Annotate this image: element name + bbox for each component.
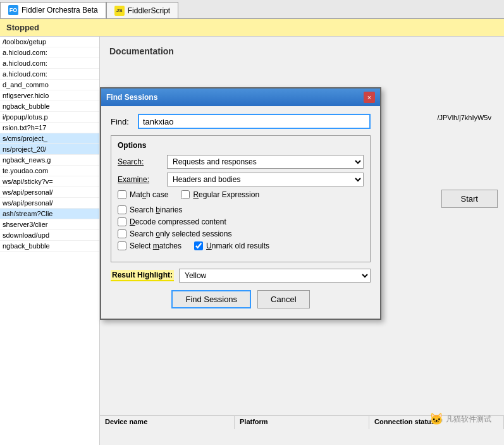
cancel-button[interactable]: Cancel bbox=[257, 290, 309, 308]
search-selected-row: Search only selected sessions bbox=[118, 229, 364, 238]
list-item: a.hicloud.com: bbox=[0, 69, 99, 80]
select-matches-label: Select matches bbox=[130, 241, 181, 250]
find-label: Find: bbox=[111, 117, 133, 126]
js-icon: JS bbox=[114, 6, 125, 16]
examine-select[interactable]: Headers and bodies Headers only Bodies o… bbox=[167, 173, 364, 186]
list-item: te.youdao.com bbox=[0, 166, 99, 176]
unmark-old-row: Unmark old results bbox=[194, 241, 269, 250]
search-selected-label: Search only selected sessions bbox=[130, 229, 231, 238]
regex-row: Regular Expression bbox=[181, 190, 259, 199]
stopped-text: Stopped bbox=[6, 23, 39, 32]
find-sessions-button[interactable]: Find Sessions bbox=[171, 290, 251, 308]
dialog-title: Find Sessions bbox=[106, 93, 157, 102]
unmark-old-checkbox[interactable] bbox=[194, 241, 203, 250]
examine-label: Examine: bbox=[118, 175, 162, 184]
watermark: 🐱 凡猫软件测试 bbox=[429, 412, 491, 426]
tab-fiddlerscript-label: FiddlerScript bbox=[128, 6, 170, 15]
list-item: d_and_commo bbox=[0, 80, 99, 90]
tab-bar: FO Fiddler Orchestra Beta JS FiddlerScri… bbox=[0, 0, 504, 19]
decode-compressed-label: Decode compressed content bbox=[130, 217, 226, 226]
regex-checkbox[interactable] bbox=[181, 190, 190, 199]
dialog-close-button[interactable]: × bbox=[364, 92, 375, 103]
result-highlight-row: Result Highlight: Yellow Orange Pink Gre… bbox=[111, 269, 371, 283]
match-case-label: Match case bbox=[130, 190, 168, 199]
result-highlight-select[interactable]: Yellow Orange Pink Green Blue Red bbox=[179, 269, 371, 283]
search-binaries-label: Search binaries bbox=[130, 205, 182, 214]
list-item: shserver3/clier bbox=[0, 219, 99, 230]
list-item: a.hicloud.com: bbox=[0, 58, 99, 69]
main-content: Documentation Find Sessions × Find: Opti… bbox=[100, 37, 504, 445]
list-item: ws/api/personal/ bbox=[0, 187, 99, 198]
list-item: sdownload/upd bbox=[0, 230, 99, 241]
table-col-device: Device name bbox=[100, 416, 235, 429]
list-item: ngback_bubble bbox=[0, 101, 99, 112]
match-case-checkbox[interactable] bbox=[118, 190, 126, 199]
list-item: ngback_bubble bbox=[0, 241, 99, 252]
start-button[interactable]: Start bbox=[441, 190, 498, 208]
list-item: rsion.txt?h=17 bbox=[0, 123, 99, 133]
find-sessions-dialog: Find Sessions × Find: Options Search: Re… bbox=[100, 87, 381, 320]
find-input[interactable] bbox=[138, 114, 371, 129]
search-selected-checkbox[interactable] bbox=[118, 229, 126, 238]
watermark-icon: 🐱 bbox=[429, 412, 443, 426]
decode-compressed-checkbox[interactable] bbox=[118, 217, 126, 226]
match-case-row: Match case bbox=[118, 190, 168, 199]
fo-icon: FO bbox=[8, 5, 18, 15]
dialog-titlebar: Find Sessions × bbox=[101, 88, 380, 106]
tab-fiddlerscript[interactable]: JS FiddlerScript bbox=[106, 2, 178, 18]
list-item: ws/api/sticky?v= bbox=[0, 176, 99, 187]
search-binaries-checkbox[interactable] bbox=[118, 205, 126, 214]
list-item: i/popup/lotus.p bbox=[0, 112, 99, 123]
examine-label-text: Examine: bbox=[118, 175, 149, 184]
tab-fiddler-orchestra-label: Fiddler Orchestra Beta bbox=[22, 6, 98, 15]
dialog-body: Find: Options Search: Requests and respo… bbox=[101, 106, 380, 319]
list-item: /toolbox/getup bbox=[0, 37, 99, 47]
checkbox-row-1: Match case Regular Expression bbox=[118, 190, 364, 202]
tab-fiddler-orchestra[interactable]: FO Fiddler Orchestra Beta bbox=[0, 2, 106, 18]
checkbox-row-last: Select matches Unmark old results bbox=[118, 241, 364, 253]
find-row: Find: bbox=[111, 114, 371, 129]
examine-row: Examine: Headers and bodies Headers only… bbox=[118, 173, 364, 186]
regex-label: Regular Expression bbox=[193, 190, 259, 199]
result-highlight-label: Result Highlight: bbox=[111, 270, 174, 281]
left-sidebar: /toolbox/getup a.hicloud.com: a.hicloud.… bbox=[0, 37, 100, 445]
list-item: a.hicloud.com: bbox=[0, 47, 99, 58]
table-col-platform: Platform bbox=[235, 416, 369, 429]
list-item: nfigserver.hiclo bbox=[0, 90, 99, 101]
watermark-text: 凡猫软件测试 bbox=[446, 414, 491, 425]
documentation-label: Documentation bbox=[109, 46, 495, 56]
search-binaries-row: Search binaries bbox=[118, 205, 364, 214]
search-label-text: Search: bbox=[118, 157, 144, 166]
list-item: ns/project_20/ bbox=[0, 144, 99, 155]
select-matches-checkbox[interactable] bbox=[118, 241, 126, 250]
list-item: ngback_news.g bbox=[0, 155, 99, 166]
stopped-bar: Stopped bbox=[0, 19, 504, 37]
options-group: Options Search: Requests and responses R… bbox=[111, 135, 371, 262]
search-row: Search: Requests and responses Requests … bbox=[118, 155, 364, 169]
search-label: Search: bbox=[118, 157, 162, 166]
dialog-buttons: Find Sessions Cancel bbox=[111, 290, 371, 311]
search-select[interactable]: Requests and responses Requests only Res… bbox=[167, 155, 364, 169]
options-legend: Options bbox=[118, 141, 364, 150]
list-item: s/cms/project_ bbox=[0, 133, 99, 144]
decode-compressed-row: Decode compressed content bbox=[118, 217, 364, 226]
select-matches-row: Select matches bbox=[118, 241, 181, 250]
unmark-old-label: Unmark old results bbox=[206, 241, 269, 250]
connection-info: /JPVlh/j7khIyW5v bbox=[437, 114, 491, 121]
list-item: ws/api/personal/ bbox=[0, 198, 99, 209]
list-item: ash/stream?Clie bbox=[0, 209, 99, 219]
